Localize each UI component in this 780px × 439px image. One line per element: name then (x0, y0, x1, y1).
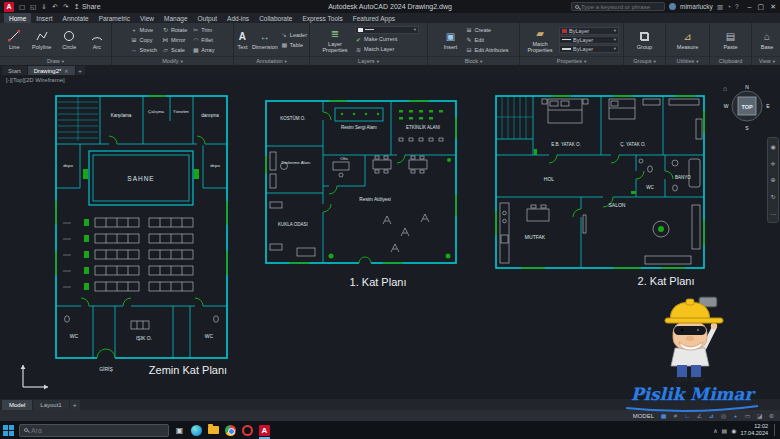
otrack-toggle-icon[interactable]: ◎ (719, 412, 728, 419)
edit-block-tool[interactable]: ✎Edit (466, 35, 509, 44)
panel-label-properties[interactable]: Properties▾ (520, 56, 623, 65)
color-dropdown[interactable]: ByLayer▾ (559, 27, 619, 35)
basket-icon[interactable]: ▥ (717, 3, 723, 11)
model-space-indicator[interactable]: MODEL (633, 413, 654, 419)
tab-home[interactable]: Home (4, 13, 31, 23)
insert-block-tool[interactable]: ▣ Insert (439, 30, 463, 50)
viewcube-top-face[interactable]: TOP (741, 104, 753, 110)
edge-icon[interactable] (190, 424, 203, 437)
taskbar-search-box[interactable] (19, 424, 169, 437)
layer-properties-tool[interactable]: ≣ Layer Properties (318, 27, 352, 53)
tab-insert[interactable]: Insert (31, 13, 57, 23)
signed-in-user[interactable]: mimarlucky (680, 3, 713, 10)
autocad-taskbar-icon[interactable]: A (258, 424, 271, 437)
base-tool[interactable]: ⌂ Base (754, 30, 780, 50)
edit-attributes-tool[interactable]: ⊟Edit Attributes (466, 45, 509, 54)
redo-icon[interactable]: ↷ (62, 3, 70, 11)
tab-manage[interactable]: Manage (159, 13, 193, 23)
paste-tool[interactable]: ▤ Paste (718, 30, 744, 50)
tab-annotate[interactable]: Annotate (58, 13, 94, 23)
customization-gear-icon[interactable]: ⚙ (767, 412, 776, 419)
minimize-button[interactable]: – (748, 3, 752, 11)
viewcube[interactable]: ⌂ TOP N S W E (720, 79, 774, 137)
viewcube-home-icon[interactable]: ⌂ (723, 85, 727, 92)
tab-parametric[interactable]: Parametric (94, 13, 135, 23)
leader-tool[interactable]: ↘Leader (281, 30, 307, 39)
move-tool[interactable]: +Move (131, 25, 157, 34)
maximize-button[interactable]: ▢ (758, 3, 765, 11)
copy-tool[interactable]: ⊞Copy (131, 35, 157, 44)
tab-output[interactable]: Output (193, 13, 223, 23)
grid-toggle-icon[interactable]: ▦ (659, 412, 668, 419)
tab-express-tools[interactable]: Express Tools (297, 13, 347, 23)
lineweight-dropdown[interactable]: ByLayer▾ (559, 45, 619, 53)
tab-view[interactable]: View (135, 13, 159, 23)
snap-toggle-icon[interactable]: # (671, 413, 680, 419)
stretch-tool[interactable]: ↔Stretch (131, 45, 157, 54)
make-current-tool[interactable]: ✔Make Current (355, 35, 419, 44)
task-view-icon[interactable]: ▣ (173, 424, 186, 437)
file-tab-start[interactable]: Start (2, 66, 27, 75)
tab-collaborate[interactable]: Collaborate (254, 13, 297, 23)
taskbar-clock[interactable]: 12:02 17.04.2024 (740, 423, 768, 437)
tab-addins[interactable]: Add-ins (222, 13, 254, 23)
circle-tool[interactable]: Circle (57, 30, 82, 50)
dimension-tool[interactable]: ↔ Dimension (252, 30, 278, 50)
match-properties-tool[interactable]: ▰ Match Properties (524, 27, 556, 53)
pan-icon[interactable]: ✛ (770, 160, 775, 167)
panel-label-clipboard[interactable]: Clipboard (710, 56, 751, 65)
save-icon[interactable]: ⇓ (40, 3, 48, 11)
file-tab-drawing2[interactable]: Drawing2*✕ (28, 66, 75, 75)
show-desktop-strip[interactable] (774, 424, 778, 436)
panel-label-layers[interactable]: Layers▾ (310, 56, 427, 65)
text-tool[interactable]: A Text (236, 30, 249, 50)
new-icon[interactable]: ▢ (18, 3, 26, 11)
bell-icon[interactable]: ◔ (727, 3, 731, 10)
close-icon[interactable]: ✕ (64, 68, 68, 74)
panel-label-groups[interactable]: Groups▾ (624, 56, 665, 65)
viewport-controls[interactable]: [-][Top][2D Wireframe] (6, 77, 65, 83)
taskbar-search-input[interactable] (31, 427, 151, 434)
trim-tool[interactable]: ✂Trim (192, 25, 214, 34)
mirror-tool[interactable]: ⋈Mirror (162, 35, 187, 44)
isodraft-icon[interactable]: ◪ (755, 412, 764, 419)
new-drawing-tab-button[interactable]: + (76, 66, 85, 75)
model-tab[interactable]: Model (2, 400, 32, 410)
measure-tool[interactable]: ⊿ Measure (675, 30, 701, 50)
undo-icon[interactable]: ↶ (51, 3, 59, 11)
full-nav-wheel-icon[interactable]: ◉ (770, 143, 775, 150)
panel-label-annotation[interactable]: Annotation▾ (234, 56, 309, 65)
panel-label-view[interactable]: View▾ (752, 56, 780, 65)
dynamic-input-icon[interactable]: + (731, 413, 740, 419)
line-tool[interactable]: Line (2, 30, 27, 50)
array-tool[interactable]: ▦Array (192, 45, 214, 54)
help-icon[interactable]: ? (735, 3, 739, 10)
panel-label-utilities[interactable]: Utilities▾ (666, 56, 709, 65)
tray-icon-a[interactable]: ▤ (722, 427, 728, 434)
ortho-toggle-icon[interactable]: ∟ (683, 413, 692, 419)
lineweight-toggle-icon[interactable]: ▭ (743, 412, 752, 419)
panel-label-modify[interactable]: Modify▾ (112, 56, 233, 65)
fillet-tool[interactable]: ◠Fillet (192, 35, 214, 44)
drawing-canvas[interactable]: [-][Top][2D Wireframe] (0, 75, 780, 399)
viewcube-west[interactable]: W (724, 103, 729, 109)
match-layer-tool[interactable]: ≋Match Layer (355, 45, 419, 54)
panel-label-block[interactable]: Block▾ (428, 56, 519, 65)
share-button[interactable]: ↥ Share (74, 3, 101, 11)
table-tool[interactable]: ▦Table (281, 40, 307, 49)
more-tools-icon[interactable]: ⋯ (770, 210, 776, 217)
avatar[interactable] (669, 3, 676, 10)
linetype-dropdown[interactable]: ByLayer▾ (559, 36, 619, 44)
polar-toggle-icon[interactable]: ∠ (695, 412, 704, 419)
new-layout-button[interactable]: + (70, 400, 80, 410)
viewcube-south[interactable]: S (745, 125, 749, 131)
polyline-tool[interactable]: Polyline (30, 30, 55, 50)
file-explorer-icon[interactable] (207, 424, 220, 437)
chrome-icon[interactable] (224, 424, 237, 437)
open-icon[interactable]: ◱ (29, 3, 37, 11)
start-button[interactable] (2, 424, 15, 437)
help-search-box[interactable] (571, 2, 665, 11)
scale-tool[interactable]: ▱Scale (162, 45, 187, 54)
rotate-tool[interactable]: ↻Rotate (162, 25, 187, 34)
arc-tool[interactable]: Arc (85, 30, 110, 50)
